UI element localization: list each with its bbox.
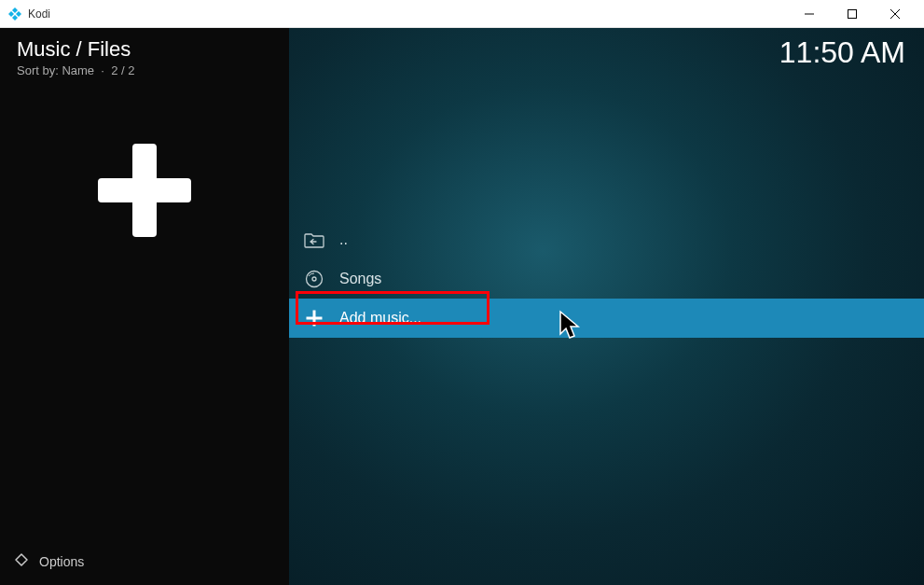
- sidebar-header: Music / Files Sort by: Name · 2 / 2: [0, 28, 289, 83]
- sort-label: Sort by: Name: [17, 63, 94, 77]
- svg-rect-0: [848, 9, 857, 18]
- clock: 11:50 AM: [779, 35, 905, 70]
- svg-rect-2: [98, 178, 191, 202]
- sidebar-footer[interactable]: Options: [0, 542, 289, 585]
- list-item-label: ..: [339, 231, 348, 248]
- plus-icon: [304, 308, 324, 328]
- minimize-button[interactable]: [788, 0, 831, 28]
- file-list: .. Songs Add music...: [289, 220, 924, 338]
- list-item-label: Add music...: [339, 310, 421, 327]
- window-title: Kodi: [28, 7, 788, 21]
- sidebar: Music / Files Sort by: Name · 2 / 2 Opti…: [0, 28, 289, 585]
- list-item-parent[interactable]: ..: [289, 220, 924, 259]
- kodi-app-icon: [7, 7, 22, 21]
- maximize-button[interactable]: [831, 0, 874, 28]
- app-body: Music / Files Sort by: Name · 2 / 2 Opti…: [0, 28, 924, 585]
- main-panel: 11:50 AM ..: [289, 28, 924, 585]
- sort-info: Sort by: Name · 2 / 2: [17, 63, 272, 77]
- pagination: 2 / 2: [111, 63, 134, 77]
- options-label: Options: [39, 554, 84, 569]
- list-item-add-music[interactable]: Add music...: [289, 299, 924, 338]
- breadcrumb: Music / Files: [17, 37, 272, 62]
- sort-separator: ·: [98, 63, 108, 77]
- options-icon: [13, 551, 30, 572]
- add-source-large-icon: [0, 139, 289, 242]
- list-item-songs[interactable]: Songs: [289, 259, 924, 299]
- window-controls: [788, 0, 917, 28]
- list-item-label: Songs: [339, 271, 381, 287]
- svg-point-4: [312, 277, 316, 281]
- back-folder-icon: [304, 230, 324, 250]
- window-titlebar: Kodi: [0, 0, 924, 28]
- close-button[interactable]: [874, 0, 917, 28]
- disc-icon: [304, 269, 324, 289]
